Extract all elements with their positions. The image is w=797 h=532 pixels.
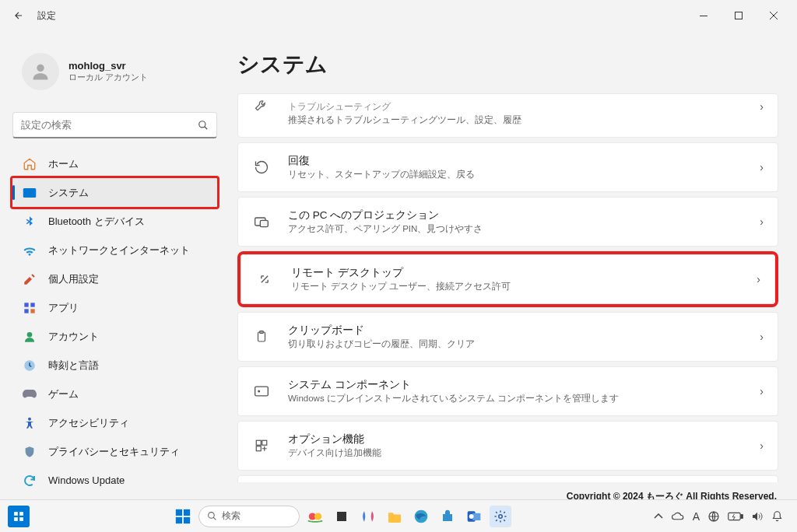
svg-rect-19 — [262, 440, 267, 445]
optional-icon — [252, 439, 271, 453]
svg-rect-26 — [176, 509, 182, 515]
taskbar-search[interactable]: 検索 — [198, 506, 300, 527]
card-title: 回復 — [288, 154, 760, 168]
tray-notification-icon[interactable] — [771, 510, 783, 523]
close-button[interactable] — [756, 4, 791, 27]
search-input[interactable] — [21, 119, 198, 131]
nav-update[interactable]: Windows Update — [12, 466, 217, 495]
nav-system[interactable]: システム — [12, 178, 217, 207]
card-desc: デバイス向け追加機能 — [288, 447, 760, 459]
nav-time[interactable]: 時刻と言語 — [12, 351, 217, 380]
back-button[interactable] — [6, 3, 31, 28]
card-troubleshoot[interactable]: トラブルシューティング推奨されるトラブルシューティングツール、設定、履歴 › — [237, 93, 778, 138]
svg-point-30 — [208, 513, 214, 519]
nav-label: アクセシビリティ — [48, 416, 129, 430]
sidebar: mohlog_svr ローカル アカウント ホーム システム — [0, 31, 230, 482]
card-title: システム コンポーネント — [288, 378, 760, 392]
nav-accessibility[interactable]: アクセシビリティ — [12, 408, 217, 437]
taskbar-explorer[interactable] — [384, 506, 406, 527]
remote-icon — [255, 271, 274, 287]
tray-ime-icon[interactable]: A — [693, 510, 700, 523]
svg-rect-0 — [700, 16, 707, 16]
avatar — [22, 53, 59, 90]
svg-rect-33 — [337, 512, 346, 521]
card-desc: Windows にプレインストールされているシステム コンポーネントを管理します — [288, 393, 760, 404]
chevron-right-icon: › — [760, 100, 764, 113]
nav-label: ゲーム — [48, 387, 79, 401]
account-name: mohlog_svr — [68, 60, 148, 72]
nav-label: 時刻と言語 — [48, 359, 99, 373]
taskbar-app-2[interactable] — [331, 506, 353, 527]
svg-point-37 — [469, 514, 474, 519]
account-block[interactable]: mohlog_svr ローカル アカウント — [12, 47, 217, 96]
taskbar-edge[interactable] — [410, 506, 432, 527]
card-desc: アクセス許可、ペアリング PIN、見つけやすさ — [288, 223, 760, 235]
titlebar: 設定 — [0, 0, 797, 31]
svg-rect-36 — [472, 513, 480, 520]
nav-network[interactable]: ネットワークとインターネット — [12, 236, 217, 264]
nav-label: ネットワークとインターネット — [48, 243, 190, 257]
nav-bluetooth[interactable]: Bluetooth とデバイス — [12, 207, 217, 236]
chevron-right-icon: › — [760, 385, 764, 397]
card-clipboard[interactable]: クリップボード切り取りおよびコピーの履歴、同期、クリア › — [237, 312, 778, 362]
window-title: 設定 — [37, 9, 56, 23]
card-about[interactable]: バージョン情報デバイス仕様、PC 名変更、Windows 仕様 › — [237, 475, 778, 482]
minimize-button[interactable] — [686, 4, 721, 27]
nav-label: 個人用設定 — [48, 272, 99, 286]
nav-personalize[interactable]: 個人用設定 — [12, 264, 217, 293]
nav-accounts[interactable]: アカウント — [12, 322, 217, 351]
taskbar-settings[interactable] — [490, 506, 511, 527]
svg-point-11 — [28, 417, 31, 420]
taskbar-app-1[interactable] — [304, 506, 326, 527]
taskbar-search-label: 検索 — [222, 509, 241, 523]
card-desc: リセット、スタートアップの詳細設定、戻る — [288, 169, 760, 180]
tray-battery-icon[interactable] — [728, 512, 743, 521]
svg-rect-7 — [24, 309, 28, 313]
taskbar-outlook[interactable] — [463, 506, 485, 527]
widgets-button[interactable] — [8, 506, 30, 527]
system-tray[interactable]: A — [654, 510, 789, 523]
card-optional[interactable]: オプション機能デバイス向け追加機能 › — [237, 421, 778, 471]
card-components[interactable]: システム コンポーネントWindows にプレインストールされているシステム コ… — [237, 366, 778, 416]
apps-icon — [22, 300, 37, 316]
personalize-icon — [22, 271, 37, 287]
system-icon — [22, 185, 37, 201]
nav-label: アカウント — [48, 330, 99, 344]
card-desc: リモート デスクトップ ユーザー、接続アクセス許可 — [291, 281, 757, 292]
nav-label: システム — [48, 186, 89, 200]
start-button[interactable] — [172, 508, 194, 525]
nav-privacy[interactable]: プライバシーとセキュリティ — [12, 437, 217, 466]
svg-rect-29 — [184, 516, 190, 523]
nav-gaming[interactable]: ゲーム — [12, 380, 217, 408]
maximize-button[interactable] — [721, 4, 756, 27]
tray-onedrive-icon[interactable] — [671, 512, 685, 521]
accessibility-icon — [22, 415, 37, 431]
tray-volume-icon[interactable] — [751, 511, 764, 522]
search-box[interactable] — [12, 112, 217, 138]
chevron-right-icon: › — [757, 273, 760, 285]
card-recovery[interactable]: 回復リセット、スタートアップの詳細設定、戻る › — [237, 142, 778, 192]
components-icon — [252, 385, 271, 397]
taskbar-store[interactable] — [437, 506, 458, 527]
nav-home[interactable]: ホーム — [12, 149, 217, 178]
tray-network-icon[interactable] — [707, 510, 720, 523]
page-title: システム — [237, 50, 778, 79]
svg-rect-27 — [184, 509, 190, 515]
card-desc: 推奨されるトラブルシューティングツール、設定、履歴 — [288, 114, 760, 126]
card-title: この PC へのプロジェクション — [288, 208, 760, 222]
svg-rect-5 — [24, 303, 28, 306]
update-icon — [22, 473, 37, 488]
taskbar-copilot[interactable] — [357, 506, 379, 527]
tray-chevron-icon[interactable] — [654, 513, 663, 520]
svg-rect-4 — [23, 188, 37, 198]
card-projection[interactable]: この PC へのプロジェクションアクセス許可、ペアリング PIN、見つけやすさ … — [237, 197, 778, 247]
nav-label: Bluetooth とデバイス — [48, 215, 145, 229]
gaming-icon — [22, 387, 37, 402]
projection-icon — [252, 215, 271, 229]
card-remote-desktop[interactable]: リモート デスクトップリモート デスクトップ ユーザー、接続アクセス許可 › — [241, 254, 775, 304]
svg-rect-1 — [735, 12, 742, 19]
card-title: オプション機能 — [288, 432, 760, 446]
svg-rect-40 — [729, 513, 740, 520]
nav-apps[interactable]: アプリ — [12, 293, 217, 322]
chevron-right-icon: › — [760, 161, 764, 173]
